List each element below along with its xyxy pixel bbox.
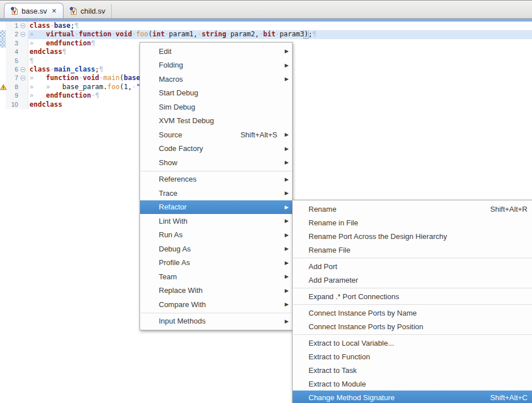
menu-item-macros[interactable]: Macros▶ xyxy=(140,72,292,86)
menu-item-references[interactable]: References▶ xyxy=(140,173,292,187)
submenu-arrow-icon: ▶ xyxy=(282,204,289,210)
menu-separator xyxy=(293,304,532,305)
code-token: ¶ xyxy=(29,57,33,65)
menu-item-extract-to-task[interactable]: Extract to Task xyxy=(293,363,532,377)
menu-item-folding[interactable]: Folding▶ xyxy=(140,58,292,73)
code-token: void xyxy=(83,74,99,82)
range-indicator xyxy=(0,39,6,48)
code-token: · xyxy=(99,74,103,82)
menu-item-show[interactable]: Show▶ xyxy=(140,156,292,170)
menu-item-team[interactable]: Team▶ xyxy=(140,270,292,284)
menu-item-expand-port-connections[interactable]: Expand .* Port Connections xyxy=(293,289,532,303)
code-token: base xyxy=(124,74,140,82)
fold-collapse-icon[interactable] xyxy=(20,67,26,72)
code-token: · xyxy=(132,83,136,91)
menu-item-source[interactable]: SourceShift+Alt+S▶ xyxy=(140,128,292,142)
code-token: endclass xyxy=(29,100,62,108)
editor-line-1: 1class·base;¶ xyxy=(0,22,532,30)
menu-item-label: Trace xyxy=(159,189,178,198)
code-token: main_class xyxy=(54,65,95,73)
menu-item-extract-to-module[interactable]: Extract to Module xyxy=(293,377,532,391)
menu-item-edit[interactable]: Edit▶ xyxy=(140,44,292,58)
code-token: string xyxy=(202,30,226,38)
code-token: param2, xyxy=(230,30,259,38)
submenu-arrow-icon: ▶ xyxy=(282,159,289,165)
menu-item-change-method-signature[interactable]: Change Method SignatureShift+Alt+C xyxy=(293,391,532,403)
folding-gutter xyxy=(19,83,28,91)
fold-collapse-icon[interactable] xyxy=(20,32,26,37)
menu-item-run-as[interactable]: Run As▶ xyxy=(140,228,292,242)
code-token: » xyxy=(29,74,46,82)
menu-item-refactor[interactable]: Refactor▶ xyxy=(140,200,292,215)
menu-item-add-port[interactable]: Add Port xyxy=(293,259,532,273)
menu-item-sim-debug[interactable]: Sim Debug xyxy=(140,100,292,114)
menu-item-input-methods[interactable]: Input Methods▶ xyxy=(140,314,292,329)
editor-tab-bar: base.sv✕child.sv xyxy=(0,0,532,19)
fold-collapse-icon[interactable] xyxy=(20,75,26,81)
menu-item-compare-with[interactable]: Compare With▶ xyxy=(140,297,292,312)
menu-item-rename-port-across-the-design-hierarchy[interactable]: Rename Port Across the Design Hierarchy xyxy=(293,229,532,243)
submenu-arrow-icon: ▶ xyxy=(282,288,289,293)
menu-item-rename-in-file[interactable]: Rename in File xyxy=(293,216,532,229)
code-token: endclass xyxy=(29,48,62,56)
code-token: int xyxy=(153,30,165,38)
menu-item-replace-with[interactable]: Replace With▶ xyxy=(140,284,292,298)
folding-gutter xyxy=(19,39,28,48)
submenu-arrow-icon: ▶ xyxy=(282,132,289,137)
menu-item-rename[interactable]: RenameShift+Alt+R xyxy=(293,202,532,216)
line-number: 5 xyxy=(6,57,19,65)
code-token: class xyxy=(29,65,50,73)
menu-item-debug-as[interactable]: Debug As▶ xyxy=(140,242,292,256)
warning-icon[interactable] xyxy=(0,84,7,90)
line-number: 7 xyxy=(6,74,19,82)
menu-item-label: Start Debug xyxy=(159,89,198,97)
menu-item-extract-to-function[interactable]: Extract to Function xyxy=(293,350,532,363)
menu-item-extract-to-local-variable[interactable]: Extract to Local Variable... xyxy=(293,336,532,350)
code-token: ¶ xyxy=(91,39,95,47)
code-line[interactable]: » virtual·function·void·foo(int·param1,·… xyxy=(28,30,532,39)
folding-gutter xyxy=(19,91,28,100)
line-number: 6 xyxy=(6,65,19,74)
code-token: endfunction xyxy=(46,91,91,99)
code-token: » xyxy=(29,91,46,99)
menu-item-trace[interactable]: Trace▶ xyxy=(140,186,292,200)
code-line[interactable]: class·base;¶ xyxy=(28,22,532,30)
menu-item-connect-instance-ports-by-position[interactable]: Connect Instance Ports by Position xyxy=(293,320,532,333)
annotation-gutter xyxy=(0,74,6,82)
menu-item-label: Extract to Local Variable... xyxy=(309,339,394,347)
menu-separator xyxy=(141,313,292,313)
code-token: param3 xyxy=(280,30,304,38)
tab-child-sv[interactable]: child.sv xyxy=(64,3,112,18)
menu-item-label: Extract to Task xyxy=(309,366,357,375)
tab-base-sv[interactable]: base.sv✕ xyxy=(4,3,64,18)
code-token: param1, xyxy=(169,30,198,38)
code-token: ¶ xyxy=(99,65,103,73)
menu-item-add-parameter[interactable]: Add Parameter xyxy=(293,273,532,287)
menu-item-label: References xyxy=(159,175,196,183)
menu-item-connect-instance-ports-by-name[interactable]: Connect Instance Ports by Name xyxy=(293,306,532,320)
menu-item-lint-with[interactable]: Lint With▶ xyxy=(140,214,292,228)
submenu-arrow-icon: ▶ xyxy=(282,76,289,82)
menu-item-code-factory[interactable]: Code Factory▶ xyxy=(140,142,292,156)
code-token: » xyxy=(46,83,62,91)
menu-separator xyxy=(293,288,532,288)
fold-collapse-icon[interactable] xyxy=(20,23,26,28)
menu-item-rename-file[interactable]: Rename File xyxy=(293,243,532,257)
line-number: 4 xyxy=(6,48,19,56)
menu-separator xyxy=(293,334,532,335)
menu-item-start-debug[interactable]: Start Debug xyxy=(140,86,292,100)
code-token: · xyxy=(74,30,78,38)
code-token: · xyxy=(79,74,83,82)
menu-item-label: Edit xyxy=(159,47,171,56)
menu-item-shortcut: Shift+Alt+C xyxy=(490,393,527,402)
menu-item-shortcut: Shift+Alt+S xyxy=(240,131,277,139)
annotation-gutter xyxy=(0,57,6,65)
close-tab-icon[interactable]: ✕ xyxy=(52,7,57,15)
menu-item-label: Folding xyxy=(159,61,183,69)
menu-item-label: Run As xyxy=(159,230,183,239)
menu-item-profile-as[interactable]: Profile As▶ xyxy=(140,256,292,270)
annotation-gutter xyxy=(0,65,6,74)
menu-separator xyxy=(141,171,292,171)
code-token: function xyxy=(46,74,79,82)
menu-item-xvm-test-debug[interactable]: XVM Test Debug xyxy=(140,114,292,128)
